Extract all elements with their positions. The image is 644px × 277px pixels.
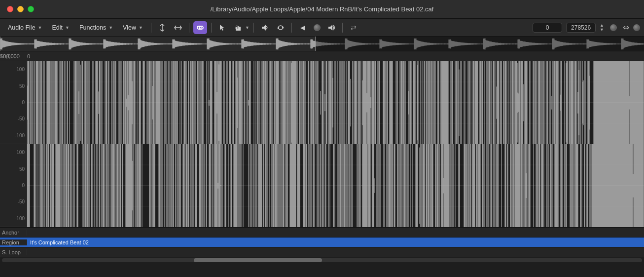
separator-6 (342, 23, 343, 33)
sloop-label: S. Loop (0, 249, 27, 255)
timeline-ruler: 0 50,000 100,000 (0, 51, 644, 61)
svg-rect-6 (236, 29, 241, 31)
functions-menu[interactable]: Functions ▼ (75, 23, 117, 33)
ruler-start: 0 (27, 53, 30, 59)
position-stepper[interactable]: ▲ ▼ (600, 23, 604, 32)
hand-icon (234, 23, 243, 32)
rewind-icon: ◀ (300, 24, 305, 31)
separator-4 (253, 23, 254, 33)
channel-1: 100 50 0 -50 -100 (0, 61, 644, 144)
ch2-label-0: 0 (22, 183, 25, 188)
separator-2 (189, 23, 189, 33)
channel-2: 100 50 0 -50 -100 (0, 144, 644, 227)
audio-file-label: Audio File (8, 24, 36, 31)
window-title: /Library/Audio/Apple Loops/Apple/04 Mode… (211, 5, 434, 13)
ch2-label-50: 50 (19, 166, 25, 172)
region-row: Region It's Complicated Beat 02 (0, 237, 644, 247)
speaker-button[interactable] (258, 21, 272, 34)
trim-button[interactable] (171, 21, 185, 34)
audio-file-chevron: ▼ (38, 25, 42, 30)
expand-icon[interactable]: ⇔ (623, 23, 629, 32)
trim-icon (174, 23, 182, 32)
ch1-label-0: 0 (22, 100, 25, 105)
functions-chevron: ▼ (108, 25, 113, 30)
view-label: View (123, 24, 136, 31)
channel-1-labels: 100 50 0 -50 -100 (0, 61, 27, 144)
split-icon (158, 23, 167, 32)
view-chevron: ▼ (139, 25, 143, 30)
scrollbar-track[interactable] (2, 258, 642, 262)
link-button[interactable] (193, 21, 207, 34)
anchor-row: Anchor (0, 227, 644, 237)
ruler-100k: 100,000 (0, 53, 20, 59)
waveform-canvas-1 (27, 61, 644, 144)
maximize-button[interactable] (28, 6, 34, 12)
scrollbar-area[interactable] (0, 257, 644, 264)
channel-2-labels: 100 50 0 -50 -100 (0, 144, 27, 227)
forward-icon: ⇄ (351, 24, 357, 32)
edit-menu[interactable]: Edit ▼ (48, 23, 73, 33)
speaker-icon (261, 24, 269, 32)
svg-marker-7 (262, 25, 266, 31)
hand-tool-button[interactable] (231, 21, 245, 34)
separator-1 (151, 23, 151, 33)
waveform-canvas-2 (27, 144, 644, 227)
overview-minimap (0, 37, 644, 51)
scrollbar-thumb[interactable] (194, 258, 322, 262)
loop-button[interactable] (274, 21, 287, 34)
play-level-icon (327, 24, 335, 32)
region-label: Region (0, 239, 27, 245)
loop-icon (277, 24, 285, 32)
svg-marker-10 (328, 25, 332, 31)
audio-file-menu[interactable]: Audio File ▼ (4, 23, 46, 33)
minimize-button[interactable] (17, 6, 24, 12)
separator-5 (291, 23, 292, 33)
ch1-label-100: 100 (16, 67, 25, 72)
play-level-button[interactable] (324, 21, 338, 34)
pointer-tool-button[interactable] (215, 21, 229, 34)
position-end[interactable]: 278526 (566, 23, 596, 33)
position-start[interactable]: 0 (533, 23, 562, 33)
hand-dropdown-arrow[interactable]: ▼ (245, 25, 250, 30)
region-value: It's Complicated Beat 02 (27, 239, 644, 245)
sloop-row: S. Loop (0, 247, 644, 257)
anchor-label: Anchor (0, 230, 27, 236)
ch2-label-m100: -100 (15, 216, 25, 221)
edit-label: Edit (52, 24, 63, 31)
rewind-button[interactable]: ◀ (296, 21, 310, 34)
title-bar: /Library/Audio/Apple Loops/Apple/04 Mode… (0, 0, 644, 19)
edit-chevron: ▼ (65, 25, 70, 30)
output-knob[interactable] (610, 24, 617, 31)
svg-marker-2 (220, 25, 224, 31)
toolbar: Audio File ▼ Edit ▼ Functions ▼ View ▼ (0, 19, 644, 37)
split-button[interactable] (155, 21, 169, 34)
zoom-knob[interactable] (633, 24, 640, 31)
view-menu[interactable]: View ▼ (119, 23, 147, 33)
ch1-label-m100: -100 (15, 133, 25, 138)
link-icon (196, 24, 204, 32)
separator-3 (211, 23, 212, 33)
pointer-icon (218, 24, 226, 32)
ch2-label-m50: -50 (18, 199, 25, 204)
stop-knob[interactable] (314, 24, 321, 31)
ch1-label-50: 50 (19, 83, 25, 89)
ch2-label-100: 100 (16, 150, 25, 155)
functions-label: Functions (79, 24, 106, 31)
window-controls (7, 6, 34, 12)
close-button[interactable] (7, 6, 13, 12)
ch1-label-m50: -50 (18, 116, 25, 121)
forward-button[interactable]: ⇄ (347, 21, 360, 34)
stepper-down-icon: ▼ (600, 28, 604, 32)
